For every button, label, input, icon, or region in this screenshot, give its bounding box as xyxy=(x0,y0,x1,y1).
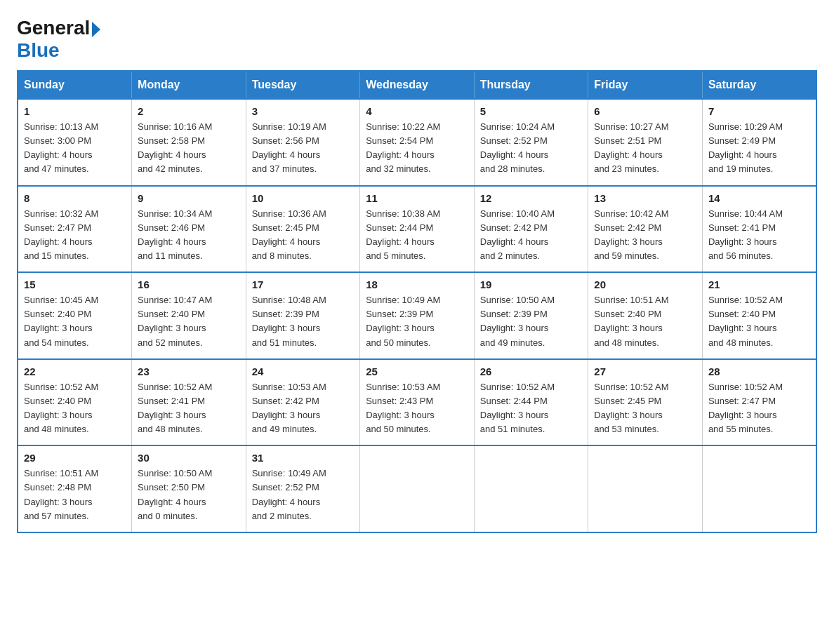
day-number: 21 xyxy=(708,279,810,290)
calendar-header-row: SundayMondayTuesdayWednesdayThursdayFrid… xyxy=(18,71,816,99)
calendar-week-row: 29Sunrise: 10:51 AM Sunset: 2:48 PM Dayl… xyxy=(18,445,816,532)
day-number: 18 xyxy=(366,279,468,290)
calendar-day-cell: 16Sunrise: 10:47 AM Sunset: 2:40 PM Dayl… xyxy=(132,272,246,359)
calendar-day-cell: 31Sunrise: 10:49 AM Sunset: 2:52 PM Dayl… xyxy=(246,445,360,532)
day-info: Sunrise: 10:52 AM Sunset: 2:47 PM Daylig… xyxy=(708,380,810,437)
page-header: General Blue xyxy=(17,17,817,62)
calendar-day-cell: 26Sunrise: 10:52 AM Sunset: 2:44 PM Dayl… xyxy=(474,359,588,446)
calendar-day-cell: 20Sunrise: 10:51 AM Sunset: 2:40 PM Dayl… xyxy=(588,272,703,359)
calendar-week-row: 22Sunrise: 10:52 AM Sunset: 2:40 PM Dayl… xyxy=(18,359,816,446)
day-info: Sunrise: 10:29 AM Sunset: 2:49 PM Daylig… xyxy=(708,120,810,177)
column-header-thursday: Thursday xyxy=(474,71,588,99)
day-info: Sunrise: 10:13 AM Sunset: 3:00 PM Daylig… xyxy=(24,120,126,177)
calendar-day-cell: 17Sunrise: 10:48 AM Sunset: 2:39 PM Dayl… xyxy=(246,272,360,359)
column-header-saturday: Saturday xyxy=(702,71,816,99)
calendar-day-cell: 25Sunrise: 10:53 AM Sunset: 2:43 PM Dayl… xyxy=(360,359,475,446)
day-info: Sunrise: 10:48 AM Sunset: 2:39 PM Daylig… xyxy=(252,293,355,350)
day-info: Sunrise: 10:49 AM Sunset: 2:52 PM Daylig… xyxy=(252,467,355,523)
calendar-empty-cell xyxy=(474,445,588,532)
column-header-friday: Friday xyxy=(588,71,703,99)
day-info: Sunrise: 10:24 AM Sunset: 2:52 PM Daylig… xyxy=(480,120,583,177)
day-info: Sunrise: 10:16 AM Sunset: 2:58 PM Daylig… xyxy=(138,120,240,177)
day-info: Sunrise: 10:49 AM Sunset: 2:39 PM Daylig… xyxy=(366,293,468,350)
calendar-day-cell: 8Sunrise: 10:32 AM Sunset: 2:47 PM Dayli… xyxy=(18,186,132,273)
day-info: Sunrise: 10:52 AM Sunset: 2:40 PM Daylig… xyxy=(708,293,810,350)
calendar-empty-cell xyxy=(588,445,703,532)
day-info: Sunrise: 10:52 AM Sunset: 2:44 PM Daylig… xyxy=(480,380,583,437)
calendar-day-cell: 21Sunrise: 10:52 AM Sunset: 2:40 PM Dayl… xyxy=(702,272,816,359)
day-number: 1 xyxy=(24,105,126,117)
day-info: Sunrise: 10:32 AM Sunset: 2:47 PM Daylig… xyxy=(24,207,126,264)
day-info: Sunrise: 10:19 AM Sunset: 2:56 PM Daylig… xyxy=(252,120,355,177)
calendar-day-cell: 11Sunrise: 10:38 AM Sunset: 2:44 PM Dayl… xyxy=(360,186,475,273)
calendar-day-cell: 9Sunrise: 10:34 AM Sunset: 2:46 PM Dayli… xyxy=(132,186,246,273)
day-number: 19 xyxy=(480,279,583,290)
calendar-day-cell: 10Sunrise: 10:36 AM Sunset: 2:45 PM Dayl… xyxy=(246,186,360,273)
calendar-table: SundayMondayTuesdayWednesdayThursdayFrid… xyxy=(17,70,817,533)
day-number: 29 xyxy=(24,452,126,464)
day-info: Sunrise: 10:53 AM Sunset: 2:42 PM Daylig… xyxy=(252,380,355,437)
day-number: 10 xyxy=(252,192,355,204)
column-header-tuesday: Tuesday xyxy=(246,71,360,99)
day-info: Sunrise: 10:44 AM Sunset: 2:41 PM Daylig… xyxy=(708,207,810,264)
calendar-day-cell: 6Sunrise: 10:27 AM Sunset: 2:51 PM Dayli… xyxy=(588,99,703,186)
calendar-day-cell: 28Sunrise: 10:52 AM Sunset: 2:47 PM Dayl… xyxy=(702,359,816,446)
column-header-wednesday: Wednesday xyxy=(360,71,475,99)
calendar-day-cell: 3Sunrise: 10:19 AM Sunset: 2:56 PM Dayli… xyxy=(246,99,360,186)
logo: General Blue xyxy=(17,17,100,62)
calendar-day-cell: 24Sunrise: 10:53 AM Sunset: 2:42 PM Dayl… xyxy=(246,359,360,446)
calendar-day-cell: 15Sunrise: 10:45 AM Sunset: 2:40 PM Dayl… xyxy=(18,272,132,359)
day-info: Sunrise: 10:47 AM Sunset: 2:40 PM Daylig… xyxy=(138,293,240,350)
day-info: Sunrise: 10:52 AM Sunset: 2:40 PM Daylig… xyxy=(24,380,126,437)
day-number: 11 xyxy=(366,192,468,204)
day-info: Sunrise: 10:42 AM Sunset: 2:42 PM Daylig… xyxy=(594,207,696,264)
calendar-day-cell: 12Sunrise: 10:40 AM Sunset: 2:42 PM Dayl… xyxy=(474,186,588,273)
day-number: 22 xyxy=(24,365,126,377)
calendar-day-cell: 1Sunrise: 10:13 AM Sunset: 3:00 PM Dayli… xyxy=(18,99,132,186)
calendar-day-cell: 13Sunrise: 10:42 AM Sunset: 2:42 PM Dayl… xyxy=(588,186,703,273)
day-info: Sunrise: 10:36 AM Sunset: 2:45 PM Daylig… xyxy=(252,207,355,264)
calendar-day-cell: 19Sunrise: 10:50 AM Sunset: 2:39 PM Dayl… xyxy=(474,272,588,359)
day-number: 20 xyxy=(594,279,696,290)
calendar-day-cell: 18Sunrise: 10:49 AM Sunset: 2:39 PM Dayl… xyxy=(360,272,475,359)
day-number: 5 xyxy=(480,105,583,117)
calendar-week-row: 8Sunrise: 10:32 AM Sunset: 2:47 PM Dayli… xyxy=(18,186,816,273)
day-number: 16 xyxy=(138,279,240,290)
day-number: 7 xyxy=(708,105,810,117)
day-number: 23 xyxy=(138,365,240,377)
calendar-empty-cell xyxy=(702,445,816,532)
day-number: 9 xyxy=(138,192,240,204)
day-number: 31 xyxy=(252,452,355,464)
day-number: 30 xyxy=(138,452,240,464)
calendar-day-cell: 29Sunrise: 10:51 AM Sunset: 2:48 PM Dayl… xyxy=(18,445,132,532)
day-info: Sunrise: 10:40 AM Sunset: 2:42 PM Daylig… xyxy=(480,207,583,264)
calendar-day-cell: 4Sunrise: 10:22 AM Sunset: 2:54 PM Dayli… xyxy=(360,99,475,186)
day-number: 13 xyxy=(594,192,696,204)
column-header-sunday: Sunday xyxy=(18,71,132,99)
day-info: Sunrise: 10:34 AM Sunset: 2:46 PM Daylig… xyxy=(138,207,240,264)
day-info: Sunrise: 10:51 AM Sunset: 2:40 PM Daylig… xyxy=(594,293,696,350)
day-number: 17 xyxy=(252,279,355,290)
calendar-empty-cell xyxy=(360,445,475,532)
calendar-day-cell: 5Sunrise: 10:24 AM Sunset: 2:52 PM Dayli… xyxy=(474,99,588,186)
day-number: 2 xyxy=(138,105,240,117)
day-number: 15 xyxy=(24,279,126,290)
day-info: Sunrise: 10:45 AM Sunset: 2:40 PM Daylig… xyxy=(24,293,126,350)
day-info: Sunrise: 10:50 AM Sunset: 2:39 PM Daylig… xyxy=(480,293,583,350)
calendar-day-cell: 14Sunrise: 10:44 AM Sunset: 2:41 PM Dayl… xyxy=(702,186,816,273)
calendar-day-cell: 27Sunrise: 10:52 AM Sunset: 2:45 PM Dayl… xyxy=(588,359,703,446)
logo-blue-text: Blue xyxy=(17,39,60,61)
day-number: 26 xyxy=(480,365,583,377)
calendar-day-cell: 2Sunrise: 10:16 AM Sunset: 2:58 PM Dayli… xyxy=(132,99,246,186)
day-number: 27 xyxy=(594,365,696,377)
day-info: Sunrise: 10:52 AM Sunset: 2:41 PM Daylig… xyxy=(138,380,240,437)
day-info: Sunrise: 10:52 AM Sunset: 2:45 PM Daylig… xyxy=(594,380,696,437)
day-number: 12 xyxy=(480,192,583,204)
calendar-day-cell: 30Sunrise: 10:50 AM Sunset: 2:50 PM Dayl… xyxy=(132,445,246,532)
calendar-day-cell: 22Sunrise: 10:52 AM Sunset: 2:40 PM Dayl… xyxy=(18,359,132,446)
day-number: 14 xyxy=(708,192,810,204)
day-number: 24 xyxy=(252,365,355,377)
calendar-day-cell: 23Sunrise: 10:52 AM Sunset: 2:41 PM Dayl… xyxy=(132,359,246,446)
logo-triangle-icon xyxy=(92,22,100,37)
day-number: 25 xyxy=(366,365,468,377)
